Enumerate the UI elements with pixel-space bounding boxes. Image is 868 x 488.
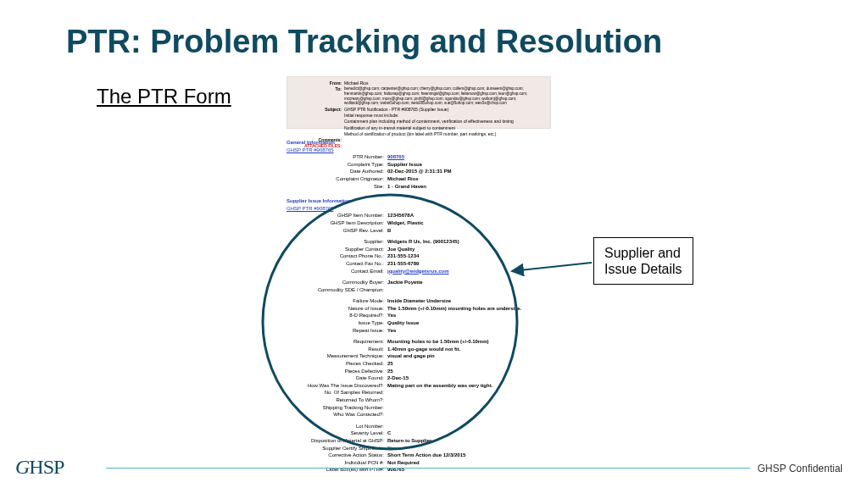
- ghsp-logo: GHSP: [15, 456, 64, 479]
- field-label: Result:: [287, 346, 387, 352]
- field-value: Quality Issue: [387, 319, 559, 326]
- form-row: Shipping Tracking Number:: [287, 404, 559, 411]
- field-value: [387, 423, 559, 430]
- subject-label: Subject:: [292, 107, 344, 112]
- field-value: Mating part on the assembly was very tig…: [387, 382, 559, 389]
- field-value: 231-555-1234: [387, 252, 559, 259]
- field-label: How Was The Issue Discovered?:: [287, 382, 387, 389]
- field-label: Severity Level:: [287, 430, 387, 436]
- field-value: 231-555-6789: [387, 260, 559, 267]
- field-label: Complaint Originator:: [287, 175, 387, 182]
- field-value[interactable]: jquality@widgetsrus.com: [387, 268, 559, 274]
- callout-box: Supplier and Issue Details: [593, 237, 693, 285]
- field-label: Nature of Issue:: [287, 305, 387, 312]
- form-row: Disposition of Material at GHSP:Return t…: [287, 437, 559, 444]
- field-value: Yes: [387, 445, 559, 452]
- field-label: Disposition of Material at GHSP:: [287, 437, 387, 444]
- field-value: visual and gage pin: [387, 352, 559, 359]
- general-link[interactable]: GHSP PTR #908765: [287, 147, 559, 153]
- field-value: Michael Rios: [387, 175, 559, 182]
- field-value: Joe Quality: [387, 246, 559, 252]
- form-row: Measurement Technique:visual and gage pi…: [287, 352, 559, 359]
- callout-line2: Issue Details: [604, 261, 682, 277]
- ptr-form: General Information GHSP PTR #908765 PTR…: [287, 136, 559, 474]
- from-value: Michael Rios: [344, 80, 545, 86]
- form-row: Date Authored:02-Dec-2015 @ 2:31:31 PM: [287, 168, 559, 175]
- field-value: [387, 396, 559, 403]
- field-value: Inside Diameter Undersize: [387, 297, 559, 304]
- field-label: GHSP Item Description:: [287, 219, 387, 226]
- body-line2: Containment plan including method of con…: [344, 119, 545, 124]
- form-row: Contact Email:jquality@widgetsrus.com: [287, 268, 559, 274]
- field-value: [387, 404, 559, 411]
- field-value: Supplier Issue: [387, 161, 559, 168]
- subject-value: GHSP PTR Notification - PTR #908765 (Sup…: [344, 107, 545, 112]
- field-value: 25: [387, 368, 559, 374]
- field-label: Supplier Certify Shipments:: [287, 445, 387, 452]
- field-label: Issue Type:: [287, 319, 387, 326]
- field-label: Who Was Contacted?:: [287, 411, 387, 418]
- field-label: Contact Email:: [287, 268, 387, 274]
- form-row: Nature of Issue:The 1.50mm (+/-0.10mm) m…: [287, 305, 559, 312]
- field-label: Returned To Whom?:: [287, 396, 387, 403]
- field-value: C: [387, 430, 559, 436]
- form-row: Returned To Whom?:: [287, 396, 559, 403]
- supplier-link[interactable]: GHSP PTR #908765: [287, 205, 559, 212]
- form-row: Who Was Contacted?:: [287, 411, 559, 418]
- field-label: Site:: [287, 183, 387, 190]
- form-row: Commodity SDE / Champion:: [287, 286, 559, 293]
- field-value: Widget, Plastic: [387, 219, 559, 226]
- field-value: 02-Dec-2015 @ 2:31:31 PM: [387, 168, 559, 175]
- field-label: GHSP Rev. Level:: [287, 227, 387, 234]
- field-label: Commodity Buyer:: [287, 279, 387, 286]
- callout-line1: Supplier and: [604, 245, 682, 261]
- field-label: Contact Phone No.:: [287, 252, 387, 259]
- form-row: Corrective Action Status:Short Term Acti…: [287, 452, 559, 458]
- field-value[interactable]: 908765: [387, 153, 559, 160]
- field-value: [387, 286, 559, 293]
- field-value: Return to Supplier: [387, 437, 559, 444]
- email-header-box: From:Michael Rios To:benedict@ghsp.com; …: [287, 76, 551, 129]
- form-row: Commodity Buyer:Jackie Poyette: [287, 279, 559, 286]
- field-label: Lot Number:: [287, 423, 387, 430]
- field-label: 8-D Required?:: [287, 312, 387, 319]
- form-row: Date Found:2-Dec-15: [287, 374, 559, 381]
- field-label: Repeat Issue:: [287, 327, 387, 334]
- form-row: Pieces Checked:25: [287, 360, 559, 367]
- from-label: From:: [292, 80, 344, 86]
- form-row: 8-D Required?:Yes: [287, 312, 559, 319]
- form-row: Pieces Defective:25: [287, 368, 559, 374]
- field-label: Requirement:: [287, 338, 387, 345]
- field-label: Failure Mode:: [287, 297, 387, 304]
- body-line1: Initial response must include:: [344, 113, 545, 118]
- form-row: Site:1 - Grand Haven: [287, 183, 559, 190]
- field-value: Yes: [387, 312, 559, 319]
- field-value: 25: [387, 360, 559, 367]
- field-value: The 1.50mm (+/-0.10mm) mounting holes ar…: [387, 305, 559, 312]
- field-label: Supplier Contact:: [287, 246, 387, 252]
- field-label: Supplier:: [287, 238, 387, 245]
- form-row: Lot Number:: [287, 423, 559, 430]
- field-label: Corrective Action Status:: [287, 452, 387, 458]
- form-row: Complaint Type:Supplier Issue: [287, 161, 559, 168]
- form-row: Contact Fax No.:231-555-6789: [287, 260, 559, 267]
- field-label: Shipping Tracking Number:: [287, 404, 387, 411]
- field-label: Date Found:: [287, 374, 387, 381]
- field-label: Measurement Technique:: [287, 352, 387, 359]
- form-row: No. Of Samples Returned:: [287, 389, 559, 396]
- field-value: [387, 389, 559, 396]
- field-value: Mounting holes to be 1.50mm (+/-0.10mm): [387, 338, 559, 345]
- field-label: No. Of Samples Returned:: [287, 389, 387, 396]
- supplier-heading: Supplier Issue Information: [287, 197, 559, 204]
- subtitle: The PTR Form: [97, 85, 231, 108]
- form-row: GHSP Item Number:12345678A: [287, 212, 559, 219]
- field-value: Short Term Action due 12/3/2015: [387, 452, 559, 458]
- field-value: 1.40mm go-gage would not fit.: [387, 346, 559, 352]
- field-label: Individual PCN #:: [287, 459, 387, 466]
- field-value: B: [387, 227, 559, 234]
- general-heading: General Information: [287, 139, 559, 146]
- form-row: GHSP Item Description:Widget, Plastic: [287, 219, 559, 226]
- form-row: Supplier Certify Shipments:Yes: [287, 445, 559, 452]
- form-row: Individual PCN #:Not Required: [287, 459, 559, 466]
- field-value: 12345678A: [387, 212, 559, 219]
